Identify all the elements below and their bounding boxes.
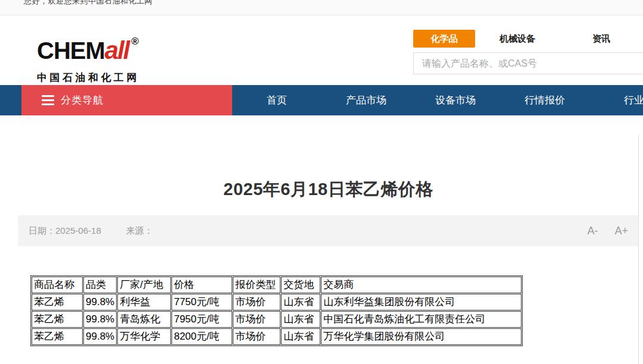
category-nav-button[interactable]: 分类导航 [21, 85, 232, 115]
table-cell: 苯乙烯 [32, 294, 83, 310]
tab-chemicals[interactable]: 化学品 [413, 30, 475, 48]
table-header-cell: 价格 [171, 277, 232, 293]
table-header-cell: 交易商 [321, 277, 522, 293]
registered-trademark-icon: ® [131, 36, 139, 47]
tab-news[interactable]: 资讯 [560, 30, 643, 48]
search-box [413, 52, 643, 74]
logo-text-chem: CHEM [37, 37, 105, 64]
nav-item-price-quotes[interactable]: 行情报价 [500, 85, 589, 115]
table-cell: 中国石化青岛炼油化工有限责任公司 [321, 311, 522, 328]
price-table-wrap: 商品名称品类厂家/产地价格报价类型交货地交易商苯乙烯99.8%利华益7750元/… [30, 275, 639, 346]
table-cell: 万华化学 [117, 328, 171, 345]
table-cell: 99.8% [83, 311, 117, 328]
table-cell: 7750元/吨 [171, 294, 232, 310]
top-greeting-bar: 您好，欢迎您来到中国石油和化工网 [0, 0, 643, 15]
table-header-cell: 交货地 [281, 277, 320, 293]
table-cell: 8200元/吨 [171, 328, 232, 345]
font-size-decrease-button[interactable]: A- [587, 225, 598, 237]
table-cell: 山东省 [281, 294, 320, 310]
table-cell: 利华益 [117, 294, 171, 310]
table-header-cell: 厂家/产地 [117, 277, 171, 293]
table-cell: 99.8% [83, 294, 117, 310]
article-content: 2025年6月18日苯乙烯价格 日期：2025-06-18 来源： A- A+ … [18, 178, 639, 346]
table-header-cell: 品类 [83, 277, 117, 293]
table-cell: 99.8% [83, 328, 117, 345]
table-cell: 市场价 [233, 311, 280, 328]
table-header-row: 商品名称品类厂家/产地价格报价类型交货地交易商 [32, 277, 522, 293]
logo-subtitle: 中国石油和化工网 [37, 71, 139, 84]
table-cell: 山东省 [281, 328, 320, 345]
nav-item-equipment-market[interactable]: 设备市场 [411, 85, 500, 115]
table-header-cell: 商品名称 [32, 277, 83, 293]
search-input[interactable] [413, 52, 643, 74]
hamburger-icon [42, 95, 54, 105]
font-size-increase-button[interactable]: A+ [614, 225, 628, 237]
logo-text-all: all [105, 36, 129, 64]
article-date: 日期：2025-06-18 [29, 225, 101, 237]
main-nav: 分类导航 首页 产品市场 设备市场 行情报价 行业 [0, 85, 643, 115]
search-category-tabs: 化学品 机械设备 资讯 [413, 30, 643, 48]
table-cell: 青岛炼化 [117, 311, 171, 328]
page-title: 2025年6月18日苯乙烯价格 [18, 178, 639, 202]
category-nav-label: 分类导航 [61, 93, 104, 107]
nav-item-product-market[interactable]: 产品市场 [322, 85, 411, 115]
article-source: 来源： [126, 225, 153, 237]
table-row: 苯乙烯99.8%万华化学8200元/吨市场价山东省万华化学集团股份有限公司 [32, 328, 522, 345]
logo-wordmark: CHEMall® [37, 29, 139, 69]
nav-item-industry[interactable]: 行业 [589, 85, 643, 115]
nav-links: 首页 产品市场 设备市场 行情报价 行业 [232, 85, 643, 115]
nav-item-home[interactable]: 首页 [232, 85, 322, 115]
table-cell: 市场价 [233, 328, 280, 345]
site-logo[interactable]: CHEMall® 中国石油和化工网 [37, 29, 139, 84]
price-table: 商品名称品类厂家/产地价格报价类型交货地交易商苯乙烯99.8%利华益7750元/… [30, 275, 523, 346]
article-meta-bar: 日期：2025-06-18 来源： A- A+ [18, 215, 639, 246]
table-cell: 苯乙烯 [32, 328, 83, 345]
table-cell: 市场价 [233, 294, 280, 310]
page-right-divider [638, 135, 639, 364]
table-cell: 万华化学集团股份有限公司 [321, 328, 522, 345]
table-cell: 山东利华益集团股份有限公司 [321, 294, 522, 310]
table-cell: 苯乙烯 [32, 311, 83, 328]
table-cell: 山东省 [281, 311, 320, 328]
table-row: 苯乙烯99.8%利华益7750元/吨市场价山东省山东利华益集团股份有限公司 [32, 294, 522, 310]
site-header: CHEMall® 中国石油和化工网 化学品 机械设备 资讯 [0, 15, 643, 85]
table-cell: 7950元/吨 [171, 311, 232, 328]
table-row: 苯乙烯99.8%青岛炼化7950元/吨市场价山东省中国石化青岛炼油化工有限责任公… [32, 311, 522, 328]
welcome-text: 您好，欢迎您来到中国石油和化工网 [24, 0, 152, 7]
table-header-cell: 报价类型 [233, 277, 280, 293]
tab-machinery[interactable]: 机械设备 [475, 30, 560, 48]
